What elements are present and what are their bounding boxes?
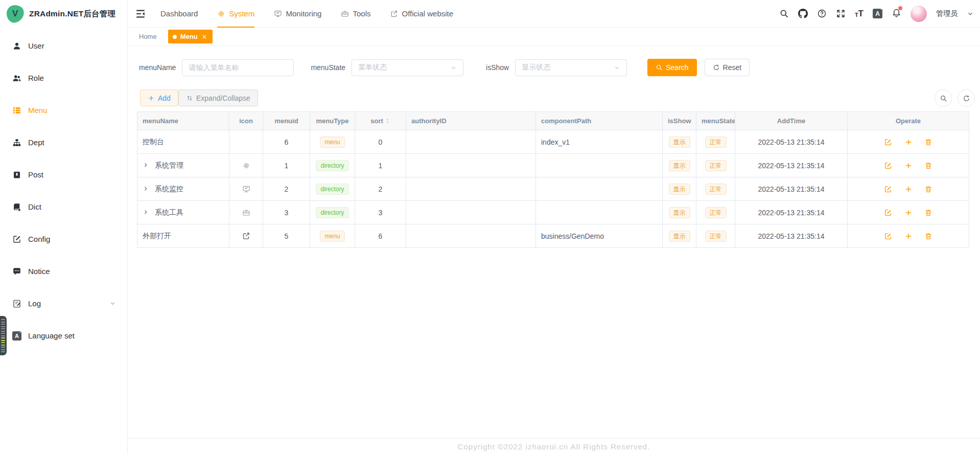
sidebar-item-notice[interactable]: Notice — [0, 255, 127, 287]
sort-caret-icon[interactable] — [385, 118, 390, 124]
toggle-search-button[interactable] — [935, 89, 952, 107]
sidebar-item-user[interactable]: User — [0, 30, 127, 62]
menu-name: 外部打开 — [143, 232, 171, 240]
font-size-icon[interactable]: TT — [855, 9, 864, 18]
monitor-icon — [242, 185, 250, 193]
component-path-cell — [536, 201, 663, 224]
nav-item-official-website[interactable]: Official website — [390, 0, 453, 28]
delete-trash-icon[interactable] — [924, 209, 932, 217]
nav-item-monitoring[interactable]: Monitoring — [274, 0, 321, 28]
main-content: menuName menuState 菜单状态 isShow 显示状态 Sear… — [128, 46, 980, 454]
add-child-icon[interactable] — [904, 138, 913, 146]
delete-trash-icon[interactable] — [924, 138, 932, 146]
menu-name-input[interactable] — [182, 59, 294, 76]
help-question-icon[interactable] — [817, 9, 827, 18]
github-icon[interactable] — [798, 9, 808, 18]
menuid-cell: 1 — [263, 154, 310, 177]
sidebar-item-dept[interactable]: Dept — [0, 126, 127, 158]
tab-menu-active[interactable]: Menu — [168, 30, 213, 43]
edit-icon[interactable] — [884, 209, 892, 217]
add-child-icon[interactable] — [904, 185, 913, 193]
menu-state-tag: 正常 — [705, 207, 727, 218]
menu-state-select[interactable]: 菜单状态 — [352, 59, 463, 76]
monitor-icon — [274, 10, 282, 18]
nav-item-dashboard[interactable]: Dashboard — [160, 0, 198, 28]
nav-item-tools[interactable]: Tools — [341, 0, 370, 28]
menuid-cell: 5 — [263, 224, 310, 248]
reset-button[interactable]: Reset — [705, 59, 750, 76]
edit-icon[interactable] — [884, 185, 892, 193]
sidebar-item-log[interactable]: Log — [0, 287, 127, 320]
menuid-cell: 3 — [263, 201, 310, 224]
fullscreen-icon[interactable] — [836, 9, 846, 18]
notification-badge-dot — [898, 6, 902, 10]
sidebar-item-post[interactable]: Post — [0, 158, 127, 191]
brand[interactable]: V ZRAdmin.NET后台管理 — [0, 0, 127, 28]
expand-row-icon[interactable] — [143, 186, 149, 192]
sidebar-item-config[interactable]: Config — [0, 223, 127, 255]
edit-icon[interactable] — [884, 162, 892, 170]
expand-row-icon[interactable] — [143, 162, 149, 168]
sidebar-item-role[interactable]: Role — [0, 62, 127, 94]
expand-collapse-label: Expand/Collapse — [196, 94, 250, 102]
sidebar-item-language-set[interactable]: Aˣ Language set — [0, 320, 127, 352]
delete-trash-icon[interactable] — [924, 185, 932, 193]
refresh-table-button[interactable] — [958, 89, 975, 107]
sort-arrows-icon — [186, 95, 193, 102]
add-child-icon[interactable] — [904, 232, 913, 240]
plus-icon — [148, 95, 155, 102]
menu-state-placeholder: 菜单状态 — [358, 63, 387, 72]
close-icon[interactable] — [201, 34, 207, 40]
sidebar-item-dict[interactable]: Dict — [0, 191, 127, 223]
theme-drag-handle[interactable] — [0, 316, 7, 355]
refresh-icon — [963, 95, 970, 102]
user-menu-chevron-down-icon[interactable] — [967, 10, 974, 17]
component-path-cell — [536, 177, 663, 201]
edit-icon[interactable] — [884, 138, 892, 146]
table-row: 系统工具 3 directory 3 显示 正常 2022-05-13 21:3… — [137, 201, 969, 224]
menuid-cell: 6 — [263, 130, 310, 154]
notification-bell[interactable] — [892, 8, 901, 19]
navbar-actions: TT Aˣ 管理员 — [779, 6, 974, 22]
translate-icon[interactable]: Aˣ — [873, 9, 882, 18]
brand-logo: V — [6, 4, 25, 24]
col-menu-state: menuState — [696, 112, 735, 130]
expand-collapse-button[interactable]: Expand/Collapse — [178, 89, 258, 106]
edit-square-icon — [12, 235, 21, 244]
chevron-down-icon — [109, 300, 116, 307]
gear-icon — [242, 162, 250, 170]
add-child-icon[interactable] — [904, 162, 913, 170]
operate-cell — [848, 154, 969, 177]
col-sort: sort — [355, 112, 406, 130]
is-show-select[interactable]: 显示状态 — [515, 59, 627, 76]
nav-item-system[interactable]: System — [217, 0, 254, 28]
table-option-buttons — [935, 89, 975, 107]
sidebar-fold-icon[interactable] — [135, 8, 146, 19]
sort-cell: 2 — [355, 177, 406, 201]
search-button[interactable]: Search — [647, 59, 696, 76]
menu-type-tag: directory — [316, 160, 348, 171]
menu-type-tag: menu — [320, 137, 344, 148]
delete-trash-icon[interactable] — [924, 232, 932, 240]
is-show-label: isShow — [486, 63, 509, 72]
role-users-icon — [12, 74, 21, 83]
sidebar-item-label: Menu — [28, 106, 48, 115]
col-menu-type: menuType — [310, 112, 355, 130]
add-button[interactable]: Add — [140, 89, 178, 106]
top-navbar: Dashboard System Monitoring Tools Offici… — [128, 0, 980, 28]
delete-trash-icon[interactable] — [924, 162, 932, 170]
sidebar-item-label: Post — [28, 170, 43, 179]
sort-cell: 6 — [355, 224, 406, 248]
add-time-cell: 2022-05-13 21:35:14 — [735, 224, 848, 248]
avatar[interactable] — [911, 6, 927, 22]
expand-row-icon[interactable] — [143, 209, 149, 215]
add-child-icon[interactable] — [904, 209, 913, 217]
external-link-icon — [390, 10, 398, 18]
col-menuid: menuid — [263, 112, 310, 130]
edit-icon[interactable] — [884, 232, 892, 240]
sort-cell: 0 — [355, 130, 406, 154]
sidebar-item-menu[interactable]: Menu — [0, 94, 127, 126]
tab-home[interactable]: Home — [139, 33, 157, 40]
is-show-tag: 显示 — [669, 160, 690, 171]
search-icon[interactable] — [779, 9, 789, 18]
